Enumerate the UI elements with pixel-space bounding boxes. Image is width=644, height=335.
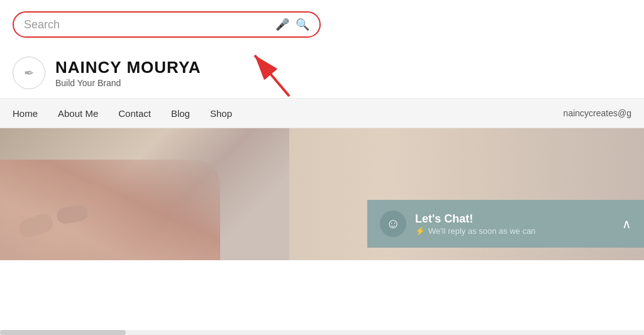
scrollbar-thumb[interactable] (0, 330, 126, 335)
chat-avatar: ☺ (380, 211, 406, 237)
hand-overlay (0, 160, 220, 260)
finger (55, 204, 89, 225)
lightning-icon: ⚡ (415, 226, 425, 236)
annotation-arrow (233, 43, 302, 99)
nav-bar: Home About Me Contact Blog Shop naincycr… (0, 98, 644, 128)
scrollbar-area (0, 330, 644, 335)
brand-text: NAINCY MOURYA Build Your Brand (55, 58, 201, 87)
svg-line-1 (255, 55, 289, 96)
search-box[interactable]: Search 🎤 🔍 (13, 11, 321, 38)
nav-item-home[interactable]: Home (13, 108, 38, 119)
nav-email: naincycreates@g (564, 108, 631, 118)
chat-subtitle: ⚡ We'll reply as soon as we can (415, 226, 613, 236)
nav-item-shop[interactable]: Shop (210, 108, 232, 119)
finger (17, 211, 56, 240)
chat-avatar-icon: ☺ (386, 216, 400, 232)
brand-logo: ✒ (13, 57, 45, 89)
search-section: Search 🎤 🔍 (0, 0, 644, 47)
brand-tagline: Build Your Brand (55, 78, 201, 88)
search-icon[interactable]: 🔍 (296, 18, 309, 31)
brand-header: ✒ NAINCY MOURYA Build Your Brand (0, 47, 644, 98)
search-icon-group: 🎤 🔍 (275, 18, 309, 31)
mic-icon[interactable]: 🎤 (275, 18, 289, 31)
nav-item-about[interactable]: About Me (58, 108, 98, 119)
chat-subtitle-text: We'll reply as soon as we can (428, 226, 536, 236)
chat-text-area: Let's Chat! ⚡ We'll reply as soon as we … (415, 212, 613, 236)
chat-title: Let's Chat! (415, 212, 613, 226)
keyboard-image (0, 128, 289, 260)
nav-item-blog[interactable]: Blog (171, 108, 190, 119)
brand-name: NAINCY MOURYA (55, 58, 201, 77)
nav-links: Home About Me Contact Blog Shop (13, 108, 564, 119)
search-placeholder: Search (24, 18, 275, 31)
nav-item-contact[interactable]: Contact (118, 108, 151, 119)
logo-icon: ✒ (24, 65, 35, 80)
hero-section: ☺ Let's Chat! ⚡ We'll reply as soon as w… (0, 128, 644, 260)
chat-widget[interactable]: ☺ Let's Chat! ⚡ We'll reply as soon as w… (367, 200, 644, 248)
chat-collapse-icon[interactable]: ∧ (622, 216, 631, 231)
